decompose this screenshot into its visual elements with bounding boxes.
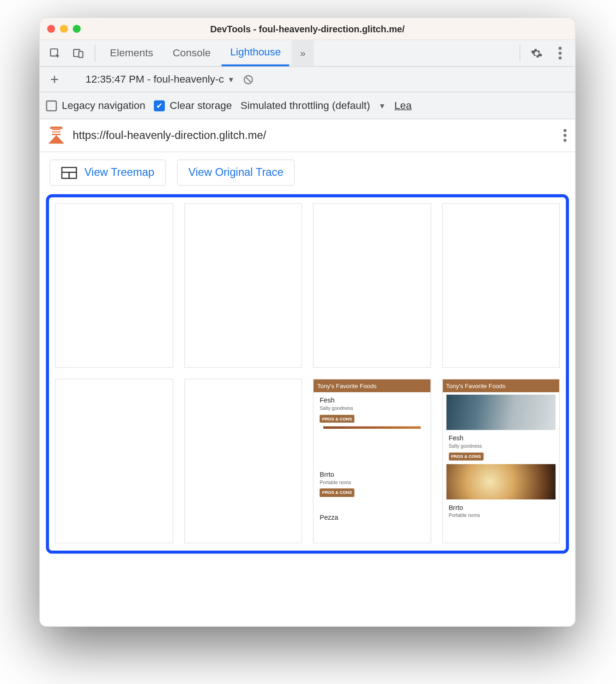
preview-item-desc: Portable noms: [448, 513, 553, 519]
preview-item-name: Fesh: [320, 396, 424, 405]
filmstrip-frame[interactable]: [184, 204, 302, 368]
inspect-icon[interactable]: [45, 40, 66, 66]
preview-header: Tony's Favorite Foods: [314, 379, 430, 392]
new-report-button[interactable]: +: [46, 71, 63, 88]
learn-link[interactable]: Lea: [394, 100, 411, 112]
filmstrip-frame[interactable]: [313, 204, 431, 368]
close-icon[interactable]: [47, 25, 55, 33]
tab-console[interactable]: Console: [164, 40, 219, 66]
filmstrip-frame[interactable]: [55, 379, 173, 543]
preview-item-name: Brrto: [320, 470, 424, 479]
treemap-icon: [61, 167, 77, 179]
view-trace-button[interactable]: View Original Trace: [177, 160, 295, 186]
lighthouse-icon: [48, 126, 64, 145]
checkbox-unchecked-icon: [46, 100, 57, 111]
filmstrip-frame[interactable]: [55, 204, 173, 368]
view-treemap-label: View Treemap: [85, 166, 154, 179]
action-row: View Treemap View Original Trace: [40, 152, 575, 190]
preview-item-btn: PROS & CONS: [320, 489, 354, 497]
tab-elements[interactable]: Elements: [102, 40, 162, 66]
preview-item-btn: PROS & CONS: [448, 452, 483, 460]
titlebar: DevTools - foul-heavenly-direction.glitc…: [40, 18, 575, 40]
preview-item-name: Brrto: [448, 503, 553, 512]
options-bar: Legacy navigation ✔ Clear storage Simula…: [40, 92, 575, 119]
minimize-icon[interactable]: [60, 25, 68, 33]
window-controls: [47, 25, 81, 33]
url-bar: https://foul-heavenly-direction.glitch.m…: [40, 119, 575, 152]
preview-image-placeholder: [323, 426, 421, 428]
devtools-window: DevTools - foul-heavenly-direction.glitc…: [39, 18, 576, 627]
clear-icon[interactable]: [242, 73, 254, 85]
preview-item-name: Pezza: [320, 513, 424, 522]
preview-item-name: Fesh: [448, 434, 553, 443]
throttling-label: Simulated throttling (default): [241, 100, 370, 112]
view-trace-label: View Original Trace: [188, 166, 284, 179]
svg-rect-2: [79, 51, 83, 57]
checkbox-checked-icon: ✔: [154, 100, 165, 111]
preview-item-desc: Salty goodness: [448, 444, 553, 450]
divider: [519, 45, 520, 61]
panel-tabs: Elements Console Lighthouse »: [40, 40, 575, 67]
legacy-nav-checkbox[interactable]: Legacy navigation: [46, 100, 145, 112]
more-tabs-icon[interactable]: »: [292, 40, 314, 66]
filmstrip-highlight: Tony's Favorite Foods Fesh Salty goodnes…: [46, 194, 569, 554]
filmstrip-grid: Tony's Favorite Foods Fesh Salty goodnes…: [55, 204, 560, 544]
throttling-select[interactable]: Simulated throttling (default): [241, 100, 370, 112]
clear-storage-label: Clear storage: [170, 100, 232, 112]
preview-item-desc: Salty goodness: [320, 406, 424, 412]
chevron-down-icon: ▼: [379, 102, 386, 110]
chevron-down-icon: ▼: [228, 75, 235, 84]
clear-storage-checkbox[interactable]: ✔ Clear storage: [154, 100, 232, 112]
preview-item-desc: Portable noms: [320, 480, 424, 486]
preview-image: [446, 395, 556, 430]
filmstrip-frame[interactable]: [184, 379, 302, 543]
report-selector[interactable]: 12:35:47 PM - foul-heavenly-c ▼: [85, 73, 235, 85]
maximize-icon[interactable]: [73, 25, 81, 33]
window-title: DevTools - foul-heavenly-direction.glitc…: [40, 24, 575, 34]
gear-icon[interactable]: [526, 40, 547, 66]
preview-item-btn: PROS & CONS: [320, 414, 354, 422]
device-toggle-icon[interactable]: [68, 40, 89, 66]
tab-lighthouse[interactable]: Lighthouse: [222, 40, 290, 66]
report-menu-icon[interactable]: [563, 129, 567, 142]
view-treemap-button[interactable]: View Treemap: [49, 160, 166, 186]
divider: [95, 45, 95, 61]
report-bar: + 12:35:47 PM - foul-heavenly-c ▼: [40, 67, 575, 92]
preview-header: Tony's Favorite Foods: [442, 379, 559, 392]
filmstrip-frame[interactable]: [442, 204, 560, 368]
report-selected-label: 12:35:47 PM - foul-heavenly-c: [85, 73, 223, 85]
kebab-icon[interactable]: [550, 40, 570, 66]
audited-url: https://foul-heavenly-direction.glitch.m…: [73, 129, 555, 142]
legacy-nav-label: Legacy navigation: [62, 100, 145, 112]
filmstrip-frame[interactable]: Tony's Favorite Foods Fesh Salty goodnes…: [442, 379, 560, 543]
preview-image: [446, 464, 556, 499]
filmstrip-frame[interactable]: Tony's Favorite Foods Fesh Salty goodnes…: [313, 379, 431, 543]
